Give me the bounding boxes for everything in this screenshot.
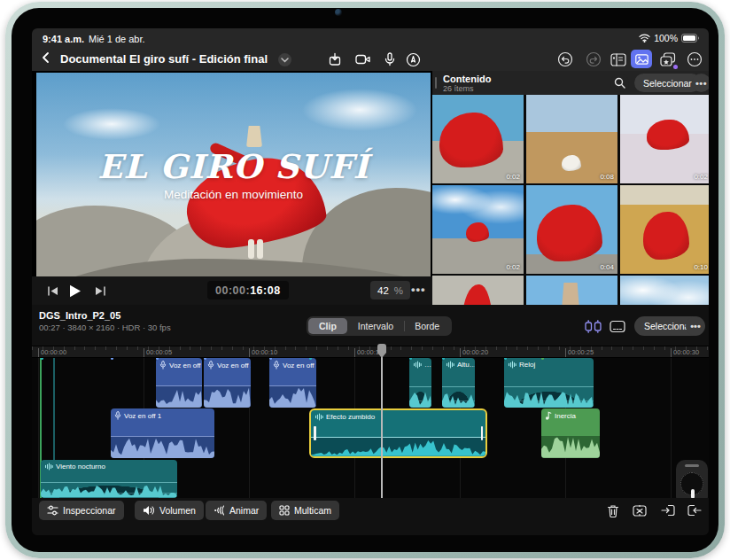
clip-duration: 0:02 bbox=[506, 263, 520, 271]
timeline-clip-name: DGS_Intro_P2_05 bbox=[39, 310, 120, 321]
dervish-hat bbox=[562, 283, 579, 305]
timeline-clip-altu-[interactable]: Altu… bbox=[442, 358, 475, 408]
zoom-unit: % bbox=[394, 285, 403, 296]
search-button[interactable] bbox=[610, 74, 629, 92]
insert-right-icon[interactable] bbox=[686, 502, 703, 519]
timecode-display[interactable]: 00:00:16:08 bbox=[207, 281, 289, 299]
tab-intervalo[interactable]: Intervalo bbox=[347, 318, 404, 334]
dervish-figure bbox=[562, 155, 581, 171]
skip-back-icon[interactable] bbox=[44, 283, 60, 299]
volume-button[interactable]: Volumen bbox=[135, 501, 204, 520]
magnetic-timeline-icon[interactable] bbox=[583, 317, 602, 335]
timeline-tracks[interactable]: Voz en off 2Voz en off 2Voz en off 3…Alt… bbox=[32, 358, 709, 498]
clip-duration: 0:10 bbox=[694, 263, 708, 271]
media-thumbnail[interactable]: 0:08 bbox=[526, 95, 617, 183]
timeline-clip-voz-en-off-2[interactable]: Voz en off 2 bbox=[156, 358, 202, 408]
ipad-device: 9:41 a.m. Mié 1 de abr. 100% Documental … bbox=[5, 2, 725, 558]
video-subtitle-text: Meditación en movimiento bbox=[36, 188, 431, 201]
content-select-button[interactable]: Seleccionar bbox=[634, 74, 701, 92]
playhead[interactable] bbox=[381, 346, 383, 498]
timeline-ruler[interactable]: 00:00:0000:00:0500:00:1000:00:1500:00:20… bbox=[32, 346, 709, 358]
clip-start-marker bbox=[111, 358, 113, 360]
insert-left-icon[interactable] bbox=[659, 502, 677, 519]
import-button[interactable] bbox=[326, 51, 344, 68]
timeline-clip-voz-en-off-2[interactable]: Voz en off 2 bbox=[204, 358, 251, 408]
jog-knob[interactable] bbox=[680, 472, 703, 495]
effects-button[interactable] bbox=[659, 51, 677, 68]
trim-handle-right[interactable] bbox=[481, 426, 484, 440]
timeline-clip-voz-en-off-3[interactable]: Voz en off 3 bbox=[269, 358, 316, 408]
timeline-clip-voz-en-off-1[interactable]: Voz en off 1 bbox=[111, 408, 214, 458]
media-thumbnail[interactable]: 0:02 bbox=[432, 95, 524, 183]
play-button[interactable] bbox=[67, 283, 83, 299]
timeline-clip--[interactable]: … bbox=[409, 358, 431, 408]
tab-borde[interactable]: Borde bbox=[404, 318, 450, 334]
transport-bar: 00:00:16:08 42 % ••• bbox=[32, 276, 435, 305]
dervish-figure bbox=[439, 113, 503, 167]
zoom-level-control[interactable]: 42 % bbox=[370, 281, 410, 299]
clip-label: Voz en off 3 bbox=[283, 362, 316, 369]
camera-button[interactable] bbox=[354, 51, 372, 68]
waveform-icon bbox=[413, 361, 422, 369]
animate-icon bbox=[214, 505, 225, 516]
title-chevron-button[interactable] bbox=[278, 53, 291, 66]
microphone-button[interactable] bbox=[381, 51, 399, 68]
more-button[interactable] bbox=[686, 51, 703, 68]
gridline bbox=[671, 358, 672, 498]
undo-button[interactable] bbox=[556, 51, 574, 68]
media-thumbnail[interactable] bbox=[620, 276, 709, 305]
media-browser-button[interactable] bbox=[631, 50, 652, 68]
multicam-icon bbox=[279, 505, 290, 516]
audio-waveform bbox=[311, 437, 485, 456]
front-camera bbox=[335, 9, 342, 16]
content-more-button[interactable]: ••• bbox=[692, 74, 709, 92]
media-thumbnail[interactable]: 0:04 bbox=[526, 185, 617, 274]
back-button[interactable] bbox=[39, 51, 57, 68]
redo-button[interactable] bbox=[585, 51, 602, 68]
battery-icon bbox=[681, 34, 700, 43]
audio-waveform bbox=[409, 391, 431, 408]
timeline-clip-efecto-zumbido[interactable]: Efecto zumbido bbox=[309, 408, 487, 458]
overlay-view-icon[interactable] bbox=[608, 317, 627, 335]
tab-clip[interactable]: Clip bbox=[308, 318, 347, 334]
clip-duration: 0:02 bbox=[506, 173, 520, 181]
audio-waveform bbox=[156, 385, 202, 408]
timeline-clip-viento-nocturno[interactable]: Viento nocturno bbox=[41, 460, 177, 498]
split-icon[interactable] bbox=[631, 502, 648, 519]
mic-icon bbox=[114, 411, 121, 420]
media-thumbnail[interactable]: 0:10 bbox=[620, 185, 709, 274]
mic-icon bbox=[273, 361, 280, 369]
multicam-button[interactable]: Multicam bbox=[271, 501, 339, 520]
effects-badge-dot bbox=[673, 65, 678, 69]
viewer-more-button[interactable]: ••• bbox=[411, 283, 426, 296]
clip-label: Altu… bbox=[457, 361, 475, 369]
video-viewer[interactable]: EL GIRO SUFÍ Meditación en movimiento bbox=[36, 73, 431, 276]
clip-label: Voz en off 2 bbox=[217, 362, 251, 369]
media-thumbnail[interactable] bbox=[432, 276, 524, 305]
timecode-hours: 00:00: bbox=[215, 284, 250, 297]
waveform-icon bbox=[315, 413, 323, 421]
panel-drag-handle[interactable] bbox=[435, 77, 437, 89]
trim-handle-left[interactable] bbox=[314, 426, 316, 440]
timeline-section: DGS_Intro_P2_05 00:27 · 3840 × 2160 · HD… bbox=[32, 305, 709, 535]
inspect-button[interactable]: Inspeccionar bbox=[39, 501, 124, 520]
ruler-label: 00:00:30 bbox=[671, 348, 699, 357]
pencil-tools-button[interactable] bbox=[404, 51, 422, 68]
timeline-more-button[interactable]: ••• bbox=[686, 316, 705, 336]
skip-forward-icon[interactable] bbox=[92, 283, 108, 299]
media-thumbnail[interactable]: 0:02 bbox=[620, 95, 709, 183]
media-thumbnail[interactable]: 0:02 bbox=[432, 185, 524, 274]
content-grid: 0:020:080:020:020:040:10 bbox=[432, 95, 709, 305]
animate-button[interactable]: Animar bbox=[206, 501, 267, 520]
jog-handle[interactable] bbox=[685, 464, 699, 467]
delete-icon[interactable] bbox=[604, 502, 622, 519]
clip-label: … bbox=[424, 361, 431, 369]
timeline-clip-inercia[interactable]: Inercia bbox=[541, 408, 600, 458]
timeline-clip-reloj[interactable]: Reloj bbox=[504, 358, 594, 408]
volume-label: Volumen bbox=[159, 505, 196, 516]
clip-duration: 0:08 bbox=[600, 173, 614, 181]
clip-label: Inercia bbox=[555, 412, 576, 420]
browser-layout-button[interactable] bbox=[610, 51, 627, 68]
timecode-seconds: 16:08 bbox=[250, 284, 280, 297]
media-thumbnail[interactable] bbox=[526, 276, 617, 305]
